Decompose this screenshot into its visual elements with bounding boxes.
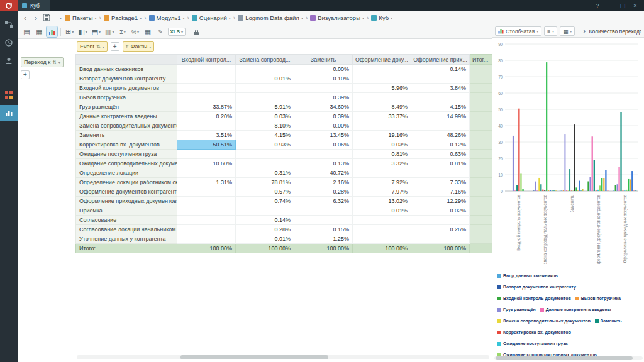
cell[interactable] <box>177 84 236 93</box>
row-label[interactable]: Уточнение данных у контрагента <box>76 234 177 244</box>
bar[interactable] <box>631 171 633 191</box>
row-label[interactable]: Определение локации работником склада <box>76 178 177 187</box>
lock-icon[interactable] <box>192 28 200 36</box>
row-label[interactable]: Ожидание поступления груза <box>76 150 177 159</box>
bar[interactable] <box>572 190 574 191</box>
cell[interactable]: 0.57% <box>236 187 294 197</box>
cell[interactable]: 0.14% <box>411 65 470 74</box>
chart-horizontal-scrollbar[interactable] <box>494 356 643 360</box>
cell[interactable]: 0.02% <box>411 206 470 216</box>
total-cell[interactable] <box>470 121 492 131</box>
total-cell[interactable] <box>470 187 492 197</box>
cell[interactable] <box>353 225 411 234</box>
cell[interactable] <box>177 197 236 206</box>
cell[interactable] <box>236 93 294 102</box>
sidebar-item-visualizer[interactable] <box>0 105 18 121</box>
bar[interactable] <box>564 134 565 191</box>
bar[interactable] <box>553 190 555 191</box>
legend-item[interactable]: Заменить <box>595 319 622 324</box>
tab-cube[interactable]: Куб <box>18 0 50 11</box>
scrollbar-thumb[interactable] <box>496 356 633 360</box>
grid-view-icon[interactable]: ▦ <box>34 26 45 37</box>
total-cell[interactable] <box>470 178 492 187</box>
cell[interactable] <box>353 121 411 131</box>
bar[interactable] <box>605 170 606 191</box>
cell[interactable] <box>411 74 470 84</box>
cell[interactable] <box>236 206 294 216</box>
cell[interactable] <box>353 74 411 84</box>
bar[interactable] <box>514 190 516 191</box>
cell[interactable]: 7.16% <box>411 187 470 197</box>
export-xls-button[interactable]: XLS ▾ <box>168 28 186 36</box>
breadcrumb-item-1[interactable]: Package1▾ <box>104 14 142 21</box>
minimize-icon[interactable]: — <box>604 3 616 9</box>
legend-item[interactable]: Груз размещён <box>497 307 536 312</box>
chart-grid-button[interactable]: ▦▾ <box>560 26 575 36</box>
bar[interactable] <box>538 178 540 191</box>
cell[interactable]: 5.96% <box>353 84 411 93</box>
cell[interactable]: 0.13% <box>294 159 353 168</box>
row-label[interactable]: Груз размещён <box>76 102 177 112</box>
bar[interactable] <box>536 190 538 191</box>
cell[interactable]: 0.28% <box>294 187 353 197</box>
column-header[interactable]: Оформление доку... <box>353 55 411 65</box>
cell[interactable] <box>294 150 353 159</box>
row-dimension-pill[interactable]: Переход к ⇅ ▾ <box>21 57 64 67</box>
cell[interactable]: 0.00% <box>294 65 353 74</box>
bar[interactable] <box>546 62 547 191</box>
breadcrumb-item-6[interactable]: Куб▾ <box>371 14 392 21</box>
cell[interactable]: 34.60% <box>294 102 353 112</box>
legend-item[interactable]: Ввод данных смежников <box>497 273 558 278</box>
cell[interactable]: 8.49% <box>353 102 411 112</box>
chevron-down-icon[interactable]: ▾ <box>149 45 151 49</box>
bar[interactable] <box>622 190 623 191</box>
cell[interactable]: 13.45% <box>294 131 353 140</box>
chart-type-select[interactable]: Столбчатая ▾ <box>495 26 541 36</box>
bar[interactable] <box>575 187 577 191</box>
bar[interactable] <box>599 185 601 191</box>
close-icon[interactable]: × <box>629 3 641 9</box>
total-cell[interactable] <box>470 93 492 102</box>
sidebar-item-user[interactable] <box>0 53 18 69</box>
cell[interactable]: 0.26% <box>411 225 470 234</box>
cell[interactable]: 0.81% <box>411 159 470 168</box>
back-button[interactable]: ‹ <box>21 14 29 23</box>
row-label[interactable]: Приёмка <box>76 206 177 216</box>
bar[interactable] <box>592 136 593 191</box>
legend-item[interactable]: Замена сопроводительных документов <box>497 319 591 324</box>
column-dimension-pill[interactable]: Event ⇅ ▾ <box>77 41 108 52</box>
bar[interactable] <box>542 190 543 191</box>
total-cell[interactable] <box>470 102 492 112</box>
cell[interactable] <box>177 65 236 74</box>
chevron-down-icon[interactable]: ▾ <box>183 16 185 20</box>
total-cell[interactable] <box>470 234 492 244</box>
sidebar-item-history[interactable] <box>0 35 18 51</box>
total-cell[interactable] <box>470 150 492 159</box>
bar[interactable] <box>522 189 523 191</box>
cell[interactable] <box>177 187 236 197</box>
percent-icon[interactable]: %▾ <box>130 26 141 37</box>
cell[interactable]: 6.32% <box>294 197 353 206</box>
bar[interactable] <box>635 190 636 191</box>
bar[interactable] <box>589 177 591 191</box>
pivot-details-icon[interactable]: ▥▾ <box>104 26 115 37</box>
cell[interactable]: 3.84% <box>411 84 470 93</box>
row-label[interactable]: Ожидание сопроводительных документов <box>76 159 177 168</box>
bar[interactable] <box>633 190 635 191</box>
aggregate-sigma-icon[interactable]: Σ▾ <box>118 26 128 37</box>
legend-item[interactable]: Данные контрагента введены <box>540 307 611 312</box>
cell[interactable]: 5.91% <box>236 102 294 112</box>
cell[interactable]: 0.93% <box>236 140 294 150</box>
chevron-down-icon[interactable]: ▾ <box>60 16 62 20</box>
cell[interactable] <box>236 84 294 93</box>
bar[interactable] <box>568 190 569 191</box>
cell[interactable]: 50.51% <box>177 140 236 150</box>
total-cell[interactable] <box>470 225 492 234</box>
cell[interactable] <box>177 234 236 244</box>
bar[interactable] <box>587 182 589 192</box>
row-label[interactable]: Вызов погрузчика <box>76 93 177 102</box>
bar[interactable] <box>552 190 553 191</box>
chevron-down-icon[interactable]: ▾ <box>103 45 104 49</box>
sort-icon[interactable]: ⇅ <box>52 60 57 65</box>
cell[interactable]: 0.15% <box>294 225 353 234</box>
